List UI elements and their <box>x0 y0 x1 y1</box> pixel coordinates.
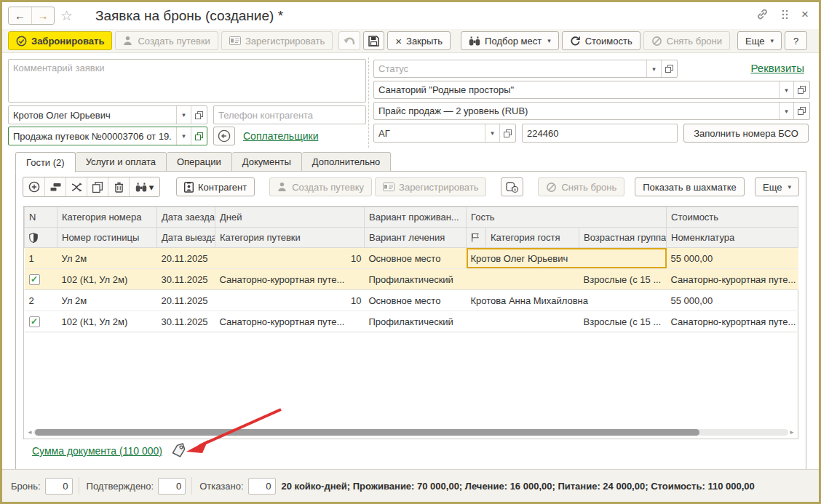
show-in-chess-button[interactable]: Показать в шахматке <box>635 177 744 196</box>
col-guest-category[interactable]: Категория гостя <box>486 228 579 248</box>
booking-count-input[interactable] <box>45 478 73 495</box>
combo-arrow-icon[interactable]: ▾ <box>485 124 499 142</box>
cell-guest-category[interactable] <box>486 311 579 332</box>
cell-days[interactable]: 10 <box>215 248 365 269</box>
table-row[interactable]: 1 Ул 2м 20.11.2025 10 Основное место Кро… <box>25 248 798 269</box>
undo-button[interactable] <box>338 31 360 50</box>
scrollbar-thumb[interactable] <box>35 429 699 436</box>
combo-arrow-icon[interactable]: ▾ <box>779 81 793 98</box>
table-row[interactable]: ✓ 102 (К1, Ул 2м) 30.11.2025 Санаторно-к… <box>25 311 798 332</box>
table-row[interactable]: ✓ 102 (К1, Ул 2м) 30.11.2025 Санаторно-к… <box>25 269 798 290</box>
cell-stay-variant[interactable]: Основное место <box>365 290 467 311</box>
cell-nomenclature[interactable]: Санаторно-курортная путе... <box>667 311 798 332</box>
confirmed-count-input[interactable] <box>158 478 186 495</box>
open-field-icon[interactable] <box>191 127 207 145</box>
open-field-icon[interactable] <box>191 106 207 124</box>
open-field-icon[interactable] <box>661 60 677 77</box>
col-n[interactable]: N <box>25 207 57 228</box>
copy-icon[interactable] <box>87 177 108 196</box>
cell-departure[interactable]: 30.11.2025 <box>157 269 215 290</box>
combo-arrow-icon[interactable]: ▾ <box>176 127 191 145</box>
cell-nomenclature[interactable]: Санаторно-курортная путе... <box>667 269 798 290</box>
cell-guest-category[interactable] <box>486 269 579 290</box>
scrollbar-track[interactable] <box>33 429 788 436</box>
col-departure[interactable]: Дата выезда <box>157 228 215 248</box>
cell-checkbox[interactable]: ✓ <box>25 311 57 332</box>
cell-age-group[interactable]: Взрослые (с 15 ... <box>579 269 667 290</box>
form-splitter[interactable] <box>368 57 369 148</box>
copayers-link[interactable]: Соплательщики <box>243 130 318 142</box>
cell-hotel-room[interactable]: 102 (К1, Ул 2м) <box>57 311 157 332</box>
cell-guest[interactable]: Кротова Анна Михайловна <box>467 290 667 311</box>
cell-hotel-room[interactable]: 102 (К1, Ул 2м) <box>57 269 157 290</box>
delete-icon[interactable] <box>108 177 129 196</box>
requisites-link[interactable]: Реквизиты <box>750 62 804 74</box>
bso-number-input[interactable] <box>523 124 677 142</box>
col-room-category[interactable]: Категория номера <box>57 207 157 228</box>
sanatorium-input[interactable] <box>374 81 779 98</box>
guests-more-button[interactable]: Еще ▾ <box>755 177 799 196</box>
col-days[interactable]: Дней <box>215 207 365 228</box>
reorder-icon[interactable] <box>44 177 66 196</box>
request-comment-field[interactable] <box>8 59 366 103</box>
status-input[interactable] <box>374 60 646 77</box>
declined-count-input[interactable] <box>248 478 276 495</box>
cell-treatment-variant[interactable]: Профилактический <box>365 311 467 332</box>
help-button[interactable]: ? <box>785 31 807 50</box>
phone-input[interactable] <box>214 106 365 124</box>
cell-flag[interactable] <box>467 311 486 332</box>
agency-input[interactable] <box>374 124 485 142</box>
col-nomenclature[interactable]: Номенклатура <box>667 228 798 248</box>
create-voucher-button[interactable]: Создать путевку <box>269 177 372 196</box>
open-field-icon[interactable] <box>793 81 809 98</box>
open-field-icon[interactable] <box>499 124 515 142</box>
more-button[interactable]: Еще ▾ <box>737 31 782 50</box>
save-button[interactable] <box>363 31 384 50</box>
col-arrival[interactable]: Дата заезда <box>157 207 215 228</box>
tab-documents[interactable]: Документы <box>232 152 302 172</box>
cell-n[interactable]: 1 <box>25 248 57 269</box>
cell-voucher-category[interactable]: Санаторно-курортная путе... <box>215 311 365 332</box>
scroll-left-icon[interactable]: ◄ <box>26 429 33 436</box>
cell-room-category[interactable]: Ул 2м <box>57 290 157 311</box>
checkbox-checked-icon[interactable]: ✓ <box>29 274 40 285</box>
shuffle-icon[interactable] <box>66 177 87 196</box>
cancel-bookings-button[interactable]: Снять брони <box>643 31 730 50</box>
cell-departure[interactable]: 30.11.2025 <box>157 311 215 332</box>
cell-stay-variant[interactable]: Основное место <box>365 248 467 269</box>
counterparty-input[interactable] <box>9 106 176 124</box>
col-cost[interactable]: Стоимость <box>667 207 798 228</box>
add-row-button[interactable] <box>23 177 44 196</box>
table-row[interactable]: 2 Ул 2м 20.11.2025 10 Основное место Кро… <box>25 290 798 311</box>
close-button[interactable]: × Закрыть <box>387 31 451 50</box>
cell-flag[interactable] <box>467 269 486 290</box>
cell-arrival[interactable]: 20.11.2025 <box>157 248 215 269</box>
col-stay-variant[interactable]: Вариант проживан... <box>365 207 467 228</box>
cost-button[interactable]: Стоимость <box>562 31 640 50</box>
document-sum-link[interactable]: Сумма документа (110 000) <box>32 445 162 457</box>
back-button[interactable]: ← <box>9 7 31 24</box>
cell-voucher-category[interactable]: Санаторно-курортная путе... <box>215 269 365 290</box>
tab-services-payment[interactable]: Услуги и оплата <box>76 152 167 172</box>
col-treatment-variant[interactable]: Вариант лечения <box>365 228 467 248</box>
col-hotel-room[interactable]: Номер гостиницы <box>57 228 157 248</box>
cell-n[interactable]: 2 <box>25 290 57 311</box>
col-voucher-category[interactable]: Категория путевки <box>215 228 365 248</box>
cell-guest-selected[interactable]: Кротов Олег Юрьевич <box>467 248 667 269</box>
register-button[interactable]: Зарегистрировать <box>221 31 333 50</box>
register-guest-button[interactable]: Зарегистрировать <box>375 177 486 196</box>
combo-arrow-icon[interactable]: ▾ <box>646 60 661 77</box>
tab-guests[interactable]: Гости (2) <box>15 152 76 172</box>
cell-checkbox[interactable]: ✓ <box>25 269 57 290</box>
create-vouchers-button[interactable]: Создать путевки <box>115 31 218 50</box>
scroll-right-icon[interactable]: ► <box>788 429 796 436</box>
find-button[interactable]: ▾ <box>129 177 159 196</box>
cell-arrival[interactable]: 20.11.2025 <box>157 290 215 311</box>
price-tag-icon[interactable] <box>170 442 189 460</box>
combo-arrow-icon[interactable]: ▾ <box>176 106 191 124</box>
cell-treatment-variant[interactable]: Профилактический <box>365 269 467 290</box>
checkbox-checked-icon[interactable]: ✓ <box>29 316 40 327</box>
link-icon[interactable] <box>756 8 769 20</box>
cell-age-group[interactable]: Взрослые (с 15 ... <box>579 311 667 332</box>
cell-cost[interactable]: 55 000,00 <box>667 248 798 269</box>
